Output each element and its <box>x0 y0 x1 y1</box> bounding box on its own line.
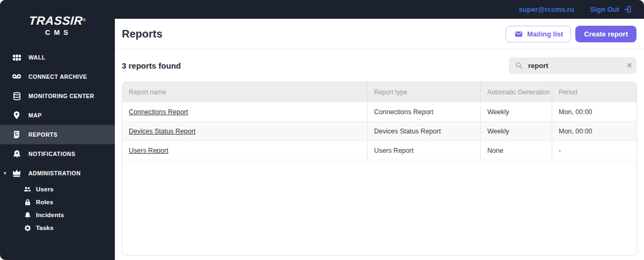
main-content: Reports Mailing list Create report <box>115 19 644 260</box>
results-count: 3 reports found <box>122 61 181 70</box>
sidebar-subitem-label: Incidents <box>36 212 64 218</box>
clear-search-icon[interactable]: ✕ <box>626 62 633 69</box>
lock-icon <box>24 198 31 206</box>
table-row: Connections Report Connections Report We… <box>122 102 636 122</box>
report-link[interactable]: Devices Status Report <box>129 128 195 135</box>
sidebar-item-label: CONNECT ARCHIVE <box>28 73 87 80</box>
bell-icon <box>24 211 31 219</box>
sidebar-item-label: WALL <box>28 54 46 61</box>
search-input[interactable] <box>528 62 622 70</box>
sidebar-item-monitoring-center[interactable]: MONITORING CENTER <box>0 86 115 106</box>
sidebar-item-users[interactable]: Users <box>0 183 115 196</box>
search-icon <box>514 62 524 69</box>
period-cell: Mon, 00:00 <box>552 122 636 140</box>
envelope-icon <box>514 30 523 38</box>
sidebar-subitem-label: Users <box>36 186 54 192</box>
auto-generation-cell: None <box>480 141 552 160</box>
sign-out-icon <box>623 5 632 13</box>
sidebar-item-label: ADMINISTRATION <box>28 170 80 176</box>
sidebar-item-reports[interactable]: REPORTS <box>0 125 115 144</box>
header-actions: Mailing list Create report <box>506 26 636 42</box>
administration-subnav: Users Roles <box>0 183 115 234</box>
report-link[interactable]: Connections Report <box>129 108 188 116</box>
report-type-cell: Devices Status Report <box>367 122 480 140</box>
sidebar-item-connect-archive[interactable]: CONNECT ARCHIVE <box>0 67 115 86</box>
video-wall-icon <box>12 53 21 62</box>
report-document-icon <box>12 130 21 139</box>
column-header-automatic-generation: Automatic Generation <box>480 82 552 102</box>
sidebar-item-wall[interactable]: WALL <box>0 48 115 67</box>
trassir-logo: TRASSIR® CMS <box>0 14 115 36</box>
table-row: Users Report Users Report None - <box>122 141 636 160</box>
column-header-report-name: Report name <box>122 82 367 102</box>
report-type-cell: Connections Report <box>367 102 480 121</box>
auto-generation-cell: Weekly <box>480 102 552 121</box>
page-header: Reports Mailing list Create report <box>115 19 644 49</box>
table-header-row: Report name Report type Automatic Genera… <box>122 82 636 102</box>
sign-out-label: Sign Out <box>590 5 619 13</box>
column-header-period: Period <box>552 82 636 102</box>
reports-table: Report name Report type Automatic Genera… <box>122 81 637 256</box>
archive-reel-icon <box>12 72 21 81</box>
users-icon <box>24 185 31 193</box>
logo-brand-text: TRASSIR <box>28 14 83 28</box>
mailing-list-button[interactable]: Mailing list <box>506 26 571 42</box>
report-link[interactable]: Users Report <box>129 147 169 154</box>
mailing-list-label: Mailing list <box>527 30 563 38</box>
sidebar-item-notifications[interactable]: NOTIFICATIONS <box>0 144 115 164</box>
period-cell: - <box>552 141 636 160</box>
logo-sub-text: CMS <box>2 28 115 36</box>
sidebar-item-label: REPORTS <box>28 131 57 138</box>
sign-out-button[interactable]: Sign Out <box>590 5 632 13</box>
chevron-down-icon[interactable]: ▾ <box>4 170 6 176</box>
crown-icon <box>12 168 21 178</box>
sidebar-item-label: NOTIFICATIONS <box>28 151 75 157</box>
sidebar-item-label: MONITORING CENTER <box>28 93 94 99</box>
map-pin-icon <box>12 110 21 120</box>
user-email-link[interactable]: super@rccms.ru <box>519 5 574 13</box>
page-title: Reports <box>122 28 163 40</box>
column-header-report-type: Report type <box>367 82 480 102</box>
sidebar-item-incidents[interactable]: Incidents <box>0 209 115 221</box>
gear-icon <box>24 224 31 232</box>
sidebar-item-roles[interactable]: Roles <box>0 196 115 209</box>
sidebar-nav: WALL CONNECT ARCHIVE <box>0 48 115 234</box>
registered-mark: ® <box>83 18 86 23</box>
database-icon <box>12 91 21 101</box>
sidebar-subitem-label: Roles <box>36 199 53 205</box>
table-row: Devices Status Report Devices Status Rep… <box>122 122 636 141</box>
results-toolbar: 3 reports found ✕ <box>115 49 644 81</box>
create-report-label: Create report <box>584 30 628 38</box>
notification-bell-icon <box>12 149 21 159</box>
search-box[interactable]: ✕ <box>509 57 636 74</box>
period-cell: Mon, 00:00 <box>552 102 636 121</box>
sidebar-item-map[interactable]: MAP <box>0 106 115 125</box>
sidebar-item-administration[interactable]: ▾ ADMINISTRATION <box>0 164 115 183</box>
create-report-button[interactable]: Create report <box>575 26 636 42</box>
sidebar-item-tasks[interactable]: Tasks <box>0 221 115 234</box>
sidebar-item-label: MAP <box>28 112 42 118</box>
auto-generation-cell: Weekly <box>480 122 552 140</box>
app-window: super@rccms.ru Sign Out TRASSIR® CMS <box>0 0 644 260</box>
report-type-cell: Users Report <box>367 141 480 160</box>
sidebar-subitem-label: Tasks <box>36 225 54 231</box>
sidebar: TRASSIR® CMS WALL <box>0 0 115 260</box>
